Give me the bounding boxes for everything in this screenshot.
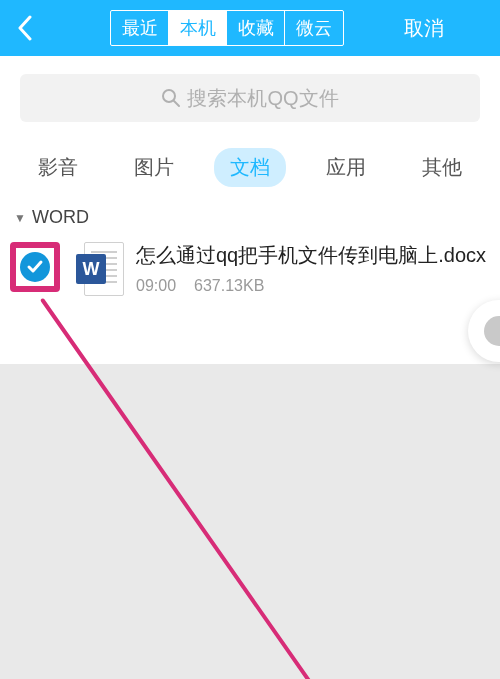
word-file-icon: W	[76, 242, 124, 296]
tab-weiyun[interactable]: 微云	[285, 11, 343, 45]
svg-point-0	[163, 90, 175, 102]
selection-checkbox[interactable]	[10, 242, 60, 292]
back-button[interactable]	[10, 13, 40, 43]
check-circle-icon	[20, 252, 50, 282]
search-input[interactable]: 搜索本机QQ文件	[20, 74, 480, 122]
category-tabs: 影音 图片 文档 应用 其他	[0, 140, 500, 201]
file-row[interactable]: W 怎么通过qq把手机文件传到电脑上.docx 09:00 637.13KB	[0, 238, 500, 316]
content-area: 搜索本机QQ文件 影音 图片 文档 应用 其他 ▼ WORD W	[0, 56, 500, 364]
top-bar: 最近 本机 收藏 微云 取消	[0, 0, 500, 56]
record-icon	[484, 316, 500, 346]
cat-media[interactable]: 影音	[22, 148, 94, 187]
section-header[interactable]: ▼ WORD	[0, 201, 500, 238]
segmented-tabs: 最近 本机 收藏 微云	[110, 10, 344, 46]
word-badge: W	[76, 254, 106, 284]
file-name: 怎么通过qq把手机文件传到电脑上.docx	[136, 242, 490, 269]
cat-other[interactable]: 其他	[406, 148, 478, 187]
cancel-button[interactable]: 取消	[404, 15, 444, 42]
cat-apps[interactable]: 应用	[310, 148, 382, 187]
collapse-triangle-icon: ▼	[14, 211, 26, 225]
cat-images[interactable]: 图片	[118, 148, 190, 187]
file-size: 637.13KB	[194, 277, 264, 295]
search-icon	[161, 88, 181, 108]
search-placeholder: 搜索本机QQ文件	[187, 85, 338, 112]
cat-documents[interactable]: 文档	[214, 148, 286, 187]
section-title: WORD	[32, 207, 89, 228]
tab-favorites[interactable]: 收藏	[227, 11, 285, 45]
tab-recent[interactable]: 最近	[111, 11, 169, 45]
file-time: 09:00	[136, 277, 176, 295]
chevron-left-icon	[17, 15, 33, 41]
tab-local[interactable]: 本机	[169, 11, 227, 45]
svg-line-1	[174, 101, 179, 106]
